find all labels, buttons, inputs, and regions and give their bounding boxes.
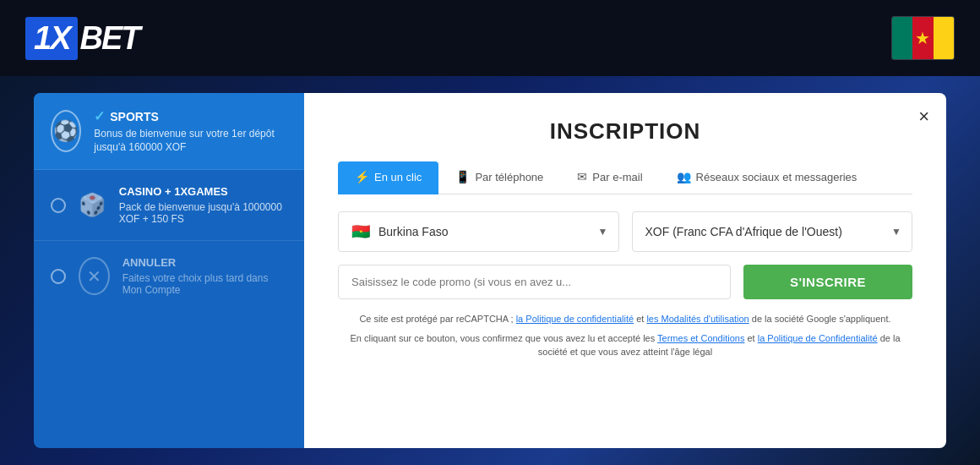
annuler-title-label: ANNULER bbox=[122, 256, 287, 269]
country-flag[interactable]: ★ bbox=[891, 16, 955, 60]
recaptcha-text-prefix: Ce site est protégé par reCAPTCHA ; bbox=[359, 314, 513, 324]
recaptcha-terms-link[interactable]: les Modalités d'utilisation bbox=[646, 314, 749, 324]
tab-par-telephone[interactable]: 📱 Par téléphone bbox=[438, 161, 560, 194]
country-value: Burkina Faso bbox=[378, 225, 448, 238]
sports-icon: ⚽ bbox=[51, 110, 81, 152]
annuler-text: ANNULER Faites votre choix plus tard dan… bbox=[122, 256, 287, 296]
casino-title-label: CASINO + 1XGAMES bbox=[119, 185, 287, 198]
check-icon: ✓ bbox=[94, 108, 105, 124]
currency-selector[interactable]: XOF (Franc CFA d'Afrique de l'Ouest) ▼ bbox=[632, 211, 913, 252]
main-area: ⚽ ✓ SPORTS Bonus de bienvenue sur votre … bbox=[0, 76, 980, 465]
terms-notice: En cliquant sur ce bouton, vous confirme… bbox=[338, 331, 912, 359]
annuler-icon: ✕ bbox=[79, 257, 110, 295]
currency-value: XOF (Franc CFA d'Afrique de l'Ouest) bbox=[645, 225, 842, 238]
sports-description: Bonus de bienvenue sur votre 1er dépôt j… bbox=[94, 128, 287, 154]
recaptcha-company-text: de la société Google s'appliquent. bbox=[752, 314, 891, 324]
register-button[interactable]: S'INSCRIRE bbox=[743, 265, 912, 299]
casino-text: CASINO + 1XGAMES Pack de bienvenue jusqu… bbox=[119, 185, 287, 225]
flag-red: ★ bbox=[912, 17, 933, 59]
email-icon: ✉ bbox=[577, 170, 587, 183]
annuler-option[interactable]: ✕ ANNULER Faites votre choix plus tard d… bbox=[34, 241, 304, 311]
tab-par-email[interactable]: ✉ Par e-mail bbox=[560, 161, 659, 194]
tab-reseaux-sociaux-label: Réseaux sociaux et messageries bbox=[696, 171, 858, 183]
tab-par-telephone-label: Par téléphone bbox=[475, 171, 543, 183]
sports-option[interactable]: ⚽ ✓ SPORTS Bonus de bienvenue sur votre … bbox=[34, 93, 304, 170]
promo-register-row: S'INSCRIRE bbox=[338, 265, 912, 299]
country-currency-row: 🇧🇫 Burkina Faso ▼ XOF (Franc CFA d'Afriq… bbox=[338, 211, 912, 252]
registration-tabs: ⚡ En un clic 📱 Par téléphone ✉ Par e-mai… bbox=[338, 161, 912, 194]
terms-prefix: En cliquant sur ce bouton, vous confirme… bbox=[350, 333, 655, 343]
close-button[interactable]: × bbox=[918, 106, 929, 128]
phone-icon: 📱 bbox=[455, 170, 470, 183]
recaptcha-notice: Ce site est protégé par reCAPTCHA ; la P… bbox=[338, 312, 912, 326]
promo-input[interactable] bbox=[338, 265, 731, 299]
casino-radio bbox=[51, 198, 66, 213]
casino-description: Pack de bienvenue jusqu'à 1000000 XOF + … bbox=[119, 201, 287, 225]
terms-conditions-link[interactable]: Termes et Conditions bbox=[657, 333, 744, 343]
people-icon: 👥 bbox=[677, 170, 691, 183]
sports-title-label: SPORTS bbox=[110, 110, 159, 123]
tab-par-email-label: Par e-mail bbox=[592, 171, 642, 183]
header: 1X BET ★ bbox=[0, 0, 980, 76]
annuler-description: Faites votre choix plus tard dans Mon Co… bbox=[122, 272, 287, 296]
sports-text: ✓ SPORTS Bonus de bienvenue sur votre 1e… bbox=[94, 108, 287, 154]
left-panel: ⚽ ✓ SPORTS Bonus de bienvenue sur votre … bbox=[34, 93, 304, 448]
inscription-modal: × INSCRIPTION ⚡ En un clic 📱 Par télépho… bbox=[304, 93, 946, 448]
currency-chevron-icon: ▼ bbox=[891, 226, 901, 238]
flag-green bbox=[892, 17, 912, 59]
casino-option[interactable]: 🎲 CASINO + 1XGAMES Pack de bienvenue jus… bbox=[34, 170, 304, 241]
logo: 1X BET bbox=[25, 17, 139, 60]
tab-en-un-clic[interactable]: ⚡ En un clic bbox=[338, 161, 438, 194]
country-chevron-icon: ▼ bbox=[598, 226, 608, 238]
annuler-radio bbox=[51, 269, 66, 284]
casino-icon: 🎲 bbox=[79, 186, 106, 224]
lightning-icon: ⚡ bbox=[355, 170, 369, 183]
country-selector[interactable]: 🇧🇫 Burkina Faso ▼ bbox=[338, 211, 619, 252]
modal-title: INSCRIPTION bbox=[338, 118, 912, 145]
country-flag-icon: 🇧🇫 bbox=[351, 222, 370, 241]
tab-en-un-clic-label: En un clic bbox=[374, 171, 422, 183]
tab-reseaux-sociaux[interactable]: 👥 Réseaux sociaux et messageries bbox=[660, 161, 874, 194]
terms-privacy-link[interactable]: la Politique de Confidentialité bbox=[758, 333, 878, 343]
recaptcha-policy-link[interactable]: la Politique de confidentialité bbox=[516, 314, 634, 324]
flag-yellow bbox=[934, 17, 954, 59]
